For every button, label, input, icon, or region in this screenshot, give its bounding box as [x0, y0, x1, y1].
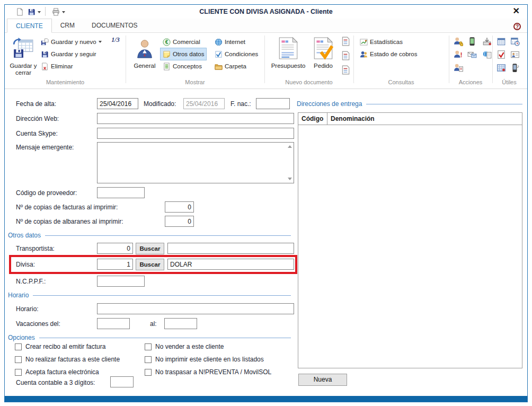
- scroll-up-icon[interactable]: [288, 145, 292, 148]
- codigo-proveedor-label: Código de proveedor:: [16, 189, 77, 197]
- transportista-buscar-button[interactable]: Buscar: [136, 243, 164, 254]
- person-document-icon: [454, 63, 463, 73]
- section-opciones: Opciones: [8, 334, 291, 341]
- person-coins-icon: [454, 37, 463, 46]
- close-button[interactable]: ✕: [513, 6, 520, 16]
- f-nac-input[interactable]: [256, 98, 290, 109]
- group-consultas: Consultas: [356, 79, 447, 85]
- one-third-badge-icon[interactable]: 1/3: [109, 37, 122, 43]
- ncppf-input[interactable]: [97, 276, 145, 287]
- tab-crm[interactable]: CRM: [52, 19, 83, 33]
- save-new-icon: [41, 38, 49, 46]
- condiciones-button[interactable]: Condiciones: [212, 48, 260, 60]
- calendar-button[interactable]: [495, 36, 507, 47]
- cuenta-contable-label: Cuenta contable a 3 dígitos:: [16, 379, 95, 386]
- divisa-code-input[interactable]: [97, 259, 133, 270]
- cuenta-contable-input[interactable]: [110, 376, 134, 387]
- acepta-factura-checkbox[interactable]: [15, 369, 22, 376]
- new-invoice-doc-button[interactable]: [340, 36, 351, 47]
- transportista-label: Transportista:: [16, 245, 55, 252]
- direccion-web-label: Dirección Web:: [16, 115, 59, 122]
- client-report-button[interactable]: [453, 62, 464, 74]
- estado-de-cobros-button[interactable]: Estado de cobros: [358, 48, 420, 60]
- people-icon: [360, 50, 368, 58]
- cuenta-skype-label: Cuenta Skype:: [16, 130, 58, 137]
- phone-media-button[interactable]: ♪: [509, 62, 521, 74]
- scroll-down-icon[interactable]: [288, 178, 292, 180]
- copias-facturas-label: Nº de copias de facturas al imprimir:: [16, 204, 118, 211]
- calendar-icon: [496, 37, 506, 46]
- presupuesto-button[interactable]: Presupuesto: [268, 35, 308, 84]
- calendar-clock-button[interactable]: [509, 36, 521, 47]
- vacaciones-del-input[interactable]: [97, 318, 130, 329]
- guardar-y-cerrar-button[interactable]: Guardar y cerrar: [8, 35, 39, 84]
- tab-documentos[interactable]: DOCUMENTOS: [83, 19, 146, 33]
- modificado-input: [183, 98, 225, 109]
- copias-albaranes-input[interactable]: [165, 216, 194, 227]
- send-mail-button[interactable]: [481, 36, 493, 47]
- group-mostrar: Mostrar: [128, 79, 262, 85]
- conceptos-button[interactable]: Conceptos: [161, 60, 204, 72]
- direcciones-table-header: Código Denominación: [298, 113, 522, 125]
- eliminar-button[interactable]: Eliminar: [39, 60, 75, 72]
- column-codigo: Código: [298, 113, 327, 125]
- transportista-code-input[interactable]: [97, 243, 133, 254]
- horario-input[interactable]: [97, 303, 294, 314]
- codigo-proveedor-input[interactable]: [97, 187, 145, 198]
- no-vender-checkbox[interactable]: [145, 343, 152, 350]
- mini-document-icon: [341, 51, 350, 60]
- carpeta-button[interactable]: Carpeta: [212, 60, 249, 72]
- contact-card-button[interactable]: [509, 49, 521, 60]
- cuenta-skype-input[interactable]: [97, 128, 294, 139]
- window-title: CLIENTE CON DIVISA ASIGNADA - Cliente: [5, 8, 527, 15]
- ncppf-label: N.C.P.P.F.:: [16, 278, 46, 285]
- email-button[interactable]: [466, 49, 478, 60]
- web-document-button[interactable]: [481, 49, 493, 60]
- new-other-doc-button[interactable]: [340, 64, 351, 76]
- no-imprimir-checkbox[interactable]: [145, 356, 152, 363]
- general-button[interactable]: General: [130, 35, 159, 84]
- guardar-y-seguir-button[interactable]: Guardar y seguir: [39, 48, 99, 60]
- nueva-button[interactable]: Nueva: [298, 374, 347, 386]
- guardar-y-nuevo-button[interactable]: Guardar y nuevo: [39, 36, 104, 48]
- divisa-label: Divisa:: [16, 261, 35, 268]
- copias-albaranes-label: Nº de copias de albaranes al imprimir:: [16, 218, 123, 225]
- help-icon[interactable]: ?: [513, 23, 521, 30]
- delete-icon: [41, 63, 49, 70]
- internet-button[interactable]: Internet: [212, 36, 247, 48]
- spreadsheet-button[interactable]: [495, 62, 507, 74]
- new-delivery-doc-button[interactable]: [340, 50, 351, 61]
- document-check-icon: [312, 37, 334, 60]
- send-to-mobile-button[interactable]: [466, 36, 478, 47]
- client-alert-button[interactable]: !: [453, 49, 464, 60]
- calendar-clock-icon: [510, 37, 520, 46]
- no-realizar-facturas-checkbox[interactable]: [15, 356, 22, 363]
- euro-icon: €: [163, 38, 171, 46]
- direcciones-table[interactable]: Código Denominación: [298, 112, 522, 368]
- no-traspasar-checkbox[interactable]: [145, 369, 152, 376]
- phone-music-icon: ♪: [510, 63, 520, 73]
- chart-icon: [360, 38, 368, 46]
- tab-cliente[interactable]: CLIENTE: [7, 19, 52, 33]
- estadisticas-button[interactable]: Estadísticas: [358, 36, 405, 48]
- direccion-web-input[interactable]: [97, 113, 294, 124]
- svg-text:!: !: [460, 51, 463, 59]
- mensaje-emergente-textarea[interactable]: [97, 142, 294, 183]
- crear-recibo-checkbox[interactable]: [15, 343, 22, 350]
- copias-facturas-input[interactable]: [165, 201, 194, 213]
- checkbox-no-vender: No vender a este cliente: [145, 343, 224, 350]
- transportista-name-input[interactable]: [167, 243, 294, 254]
- divisa-buscar-button[interactable]: Buscar: [136, 259, 164, 270]
- client-payment-button[interactable]: [453, 36, 464, 47]
- vacaciones-al-input[interactable]: [164, 318, 197, 329]
- otros-datos-button[interactable]: Otros datos: [161, 48, 206, 60]
- divisa-name-input[interactable]: [167, 259, 294, 270]
- checkbox-crear-recibo: Crear recibo al emitir factura: [15, 343, 105, 350]
- tasks-button[interactable]: [495, 49, 507, 60]
- note-icon: [163, 50, 171, 58]
- pedido-button[interactable]: Pedido: [309, 35, 337, 84]
- fecha-alta-input[interactable]: [97, 98, 138, 109]
- comercial-button[interactable]: € Comercial: [161, 36, 202, 48]
- mini-document-icon: [341, 37, 350, 46]
- column-denominacion: Denominación: [327, 113, 375, 125]
